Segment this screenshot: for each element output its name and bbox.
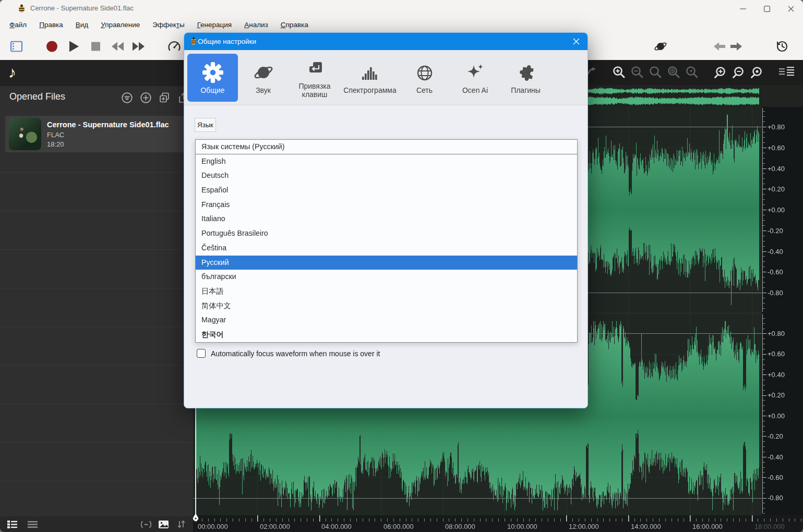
menu-item-view[interactable]: Вид	[69, 19, 94, 31]
menu-item-effects[interactable]: Эффекты	[146, 19, 190, 31]
tab-ocen-ai[interactable]: Ocen Ai	[450, 54, 500, 102]
tab-key-bindings[interactable]: Привязка клавиш	[289, 54, 341, 102]
detail-view-icon[interactable]	[7, 521, 17, 528]
tab-label: Сеть	[416, 86, 433, 94]
menu-item-generate[interactable]: Генерация	[191, 19, 238, 31]
tab-network[interactable]: Сеть	[399, 54, 450, 102]
play-button[interactable]	[69, 41, 79, 52]
thumbnail-icon[interactable]	[159, 521, 169, 528]
amplitude-label: -0.80	[768, 494, 783, 502]
amplitude-label: +0.80	[768, 123, 785, 131]
amplitude-label: +0.00	[768, 206, 785, 214]
amplitude-label: +0.60	[768, 144, 785, 152]
gear-icon	[202, 61, 223, 83]
playback-speed-icon[interactable]	[167, 41, 181, 52]
vertical-zoom-reset-icon[interactable]	[750, 66, 764, 79]
amplitude-label: -0.60	[768, 268, 783, 276]
zoom-in-icon[interactable]	[612, 66, 626, 79]
forward-arrow-icon[interactable]	[730, 42, 742, 51]
dialog-title-bar[interactable]: Общие настройки	[184, 33, 588, 50]
panel-title: Opened Files	[9, 91, 65, 102]
language-option[interactable]: български	[196, 270, 577, 284]
language-option[interactable]: 한국어	[196, 328, 577, 342]
back-arrow-icon[interactable]	[714, 42, 725, 51]
add-file-icon[interactable]	[140, 92, 151, 103]
tab-plugins[interactable]: Плагины	[500, 54, 551, 102]
zoom-one-to-one-icon[interactable]	[667, 66, 680, 79]
stop-button[interactable]	[91, 42, 100, 51]
title-bar: Cerrone - Supernature Side01.flac	[0, 0, 803, 17]
music-note-icon[interactable]: ♪	[8, 63, 16, 82]
duplicate-file-icon[interactable]	[159, 92, 171, 103]
opened-file-item[interactable]: Cerrone - Supernature Side01.flac FLAC 1…	[5, 116, 188, 152]
tab-spectrogram[interactable]: Спектрограмма	[341, 54, 399, 102]
sidebar-toggle-icon[interactable]	[10, 41, 22, 52]
language-option[interactable]: Язык системы (Русский)	[196, 140, 577, 154]
tab-sound[interactable]: Звук	[238, 54, 289, 102]
amplitude-label: +0.40	[768, 165, 785, 173]
album-art	[9, 118, 41, 150]
amplitude-label: -0.40	[768, 248, 783, 256]
sidebar-tab-strip: ♪	[0, 60, 193, 86]
language-label: Язык	[195, 118, 216, 132]
sidebar: ♪ Opened Files Cerrone - Supernature Sid…	[0, 60, 193, 532]
language-option[interactable]: Deutsch	[196, 168, 577, 183]
levels-list-icon[interactable]	[779, 67, 795, 78]
menu-item-control[interactable]: Управление	[94, 19, 146, 31]
minimize-button[interactable]	[731, 0, 755, 17]
history-icon[interactable]	[776, 40, 788, 53]
checkbox-label: Automatically focus waveform when mouse …	[211, 349, 380, 358]
amplitude-ruler[interactable]: +0.80 +0.60 +0.40 +0.20 +0.00 -0.20 -0.4…	[762, 107, 803, 515]
timeline-label: 08:00.000	[445, 523, 475, 530]
zoom-previous-icon[interactable]	[685, 66, 699, 79]
amplitude-label: +0.40	[768, 371, 785, 379]
puzzle-icon	[516, 61, 536, 83]
language-option[interactable]: Magyar	[196, 313, 577, 328]
filter-icon[interactable]	[122, 92, 133, 103]
checkbox-unchecked-icon[interactable]	[197, 349, 206, 358]
tab-general[interactable]: Общие	[187, 54, 238, 102]
file-name: Cerrone - Supernature Side01.flac	[47, 120, 169, 129]
dialog-close-icon[interactable]	[565, 33, 588, 50]
vertical-zoom-out-icon[interactable]	[732, 66, 746, 79]
file-duration: 18:20	[47, 140, 64, 148]
zoom-out-icon[interactable]	[630, 66, 644, 79]
language-option[interactable]: English	[196, 154, 577, 169]
maximize-button[interactable]	[755, 0, 779, 17]
amplitude-label: -0.20	[768, 227, 783, 235]
language-option[interactable]: Español	[196, 183, 577, 198]
playhead-handle[interactable]	[193, 513, 199, 522]
vertical-zoom-in-icon[interactable]	[714, 66, 727, 79]
language-option[interactable]: Français	[196, 198, 577, 212]
language-option[interactable]: Čeština	[196, 241, 577, 256]
output-device-icon[interactable]	[654, 40, 667, 53]
timeline-label: 10:00.000	[507, 523, 537, 530]
language-option[interactable]: 简体中文	[196, 299, 577, 313]
language-option[interactable]: 日本語	[196, 284, 577, 299]
language-option-selected[interactable]: Русский	[196, 256, 577, 270]
compact-mode-icon[interactable]	[141, 521, 151, 528]
fast-forward-button[interactable]	[133, 42, 145, 51]
menu-item-edit[interactable]: Правка	[33, 19, 69, 31]
ocenaudio-window: Cerrone - Supernature Side01.flac Файл П…	[0, 0, 803, 532]
close-button[interactable]	[779, 0, 803, 17]
language-dropdown-list: Язык системы (Русский) English Deutsch E…	[195, 139, 578, 343]
zoom-selection-icon[interactable]	[649, 66, 662, 79]
sort-icon[interactable]	[177, 521, 186, 528]
amplitude-label: +0.20	[768, 391, 785, 399]
language-option[interactable]: Italiano	[196, 212, 577, 226]
settings-dialog: Общие настройки Общие Звук	[184, 32, 588, 408]
rewind-button[interactable]	[111, 42, 124, 51]
menu-item-file[interactable]: Файл	[3, 19, 33, 31]
list-view-icon[interactable]	[28, 521, 38, 528]
record-button[interactable]	[46, 41, 57, 52]
menu-item-help[interactable]: Справка	[274, 19, 315, 31]
language-option[interactable]: Português Brasileiro	[196, 226, 577, 241]
timeline-label: 18:00.000	[754, 523, 785, 530]
menu-item-analyze[interactable]: Анализ	[238, 19, 274, 31]
amplitude-label: -0.40	[768, 453, 783, 461]
amplitude-label: +0.00	[768, 412, 785, 420]
timeline-ruler[interactable]: 00:00.000 02:00.000 04:00.000 06:00.000 …	[193, 515, 803, 532]
focus-waveform-checkbox-row[interactable]: Automatically focus waveform when mouse …	[197, 349, 380, 358]
amplitude-label: -0.80	[768, 289, 783, 297]
